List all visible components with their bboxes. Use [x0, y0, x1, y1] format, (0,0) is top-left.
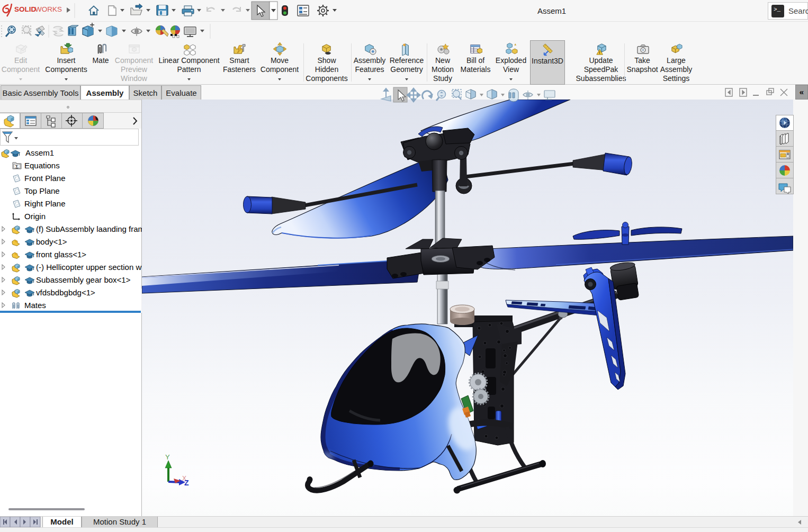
svg-text:WORKS: WORKS	[35, 5, 62, 13]
svg-text:Z: Z	[184, 479, 189, 487]
svg-text:!: !	[599, 50, 600, 55]
svg-text:Y: Y	[165, 453, 170, 461]
svg-text:SOLID: SOLID	[14, 5, 37, 13]
svg-text:Σ: Σ	[15, 164, 19, 169]
